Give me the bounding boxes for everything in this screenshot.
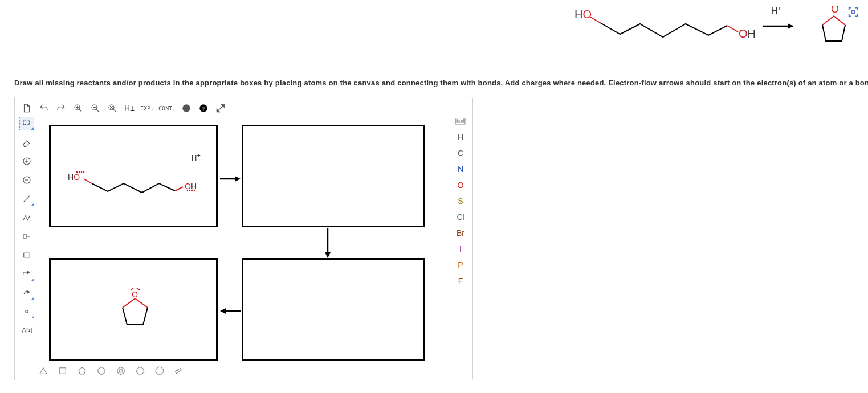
multi-bond-tool[interactable] bbox=[19, 211, 34, 224]
exp-button[interactable]: EXP. bbox=[140, 105, 154, 112]
mech-arrow-tool[interactable] bbox=[19, 286, 34, 300]
zoom-fit-icon[interactable] bbox=[106, 102, 119, 114]
svg-rect-45 bbox=[463, 118, 465, 120]
element-N[interactable]: N bbox=[454, 165, 467, 175]
reaction-box-3[interactable] bbox=[242, 258, 425, 361]
svg-marker-79 bbox=[235, 176, 241, 182]
svg-line-12 bbox=[79, 109, 81, 112]
svg-line-34 bbox=[24, 196, 30, 202]
svg-point-56 bbox=[119, 369, 123, 372]
new-doc-icon[interactable] bbox=[21, 102, 33, 114]
element-palette: H C N O S Cl Br I P F bbox=[452, 117, 469, 286]
charge-minus-tool[interactable] bbox=[19, 173, 34, 187]
charge-plus-tool[interactable] bbox=[19, 154, 34, 168]
chain-tool[interactable] bbox=[19, 230, 34, 243]
help-icon[interactable]: ? bbox=[197, 102, 210, 114]
svg-marker-6 bbox=[788, 23, 793, 29]
hexagon-ring-tool[interactable] bbox=[96, 365, 107, 376]
svg-marker-39 bbox=[28, 271, 30, 274]
svg-rect-52 bbox=[60, 368, 66, 374]
svg-line-71 bbox=[123, 298, 135, 308]
svg-point-63 bbox=[76, 171, 78, 173]
svg-text:H+: H+ bbox=[771, 6, 781, 16]
fullscreen-icon[interactable] bbox=[214, 102, 227, 114]
toolbar-bottom bbox=[38, 365, 185, 376]
element-C[interactable]: C bbox=[454, 149, 467, 159]
svg-rect-37 bbox=[24, 253, 30, 257]
atom-map-tool[interactable]: A[1] bbox=[19, 324, 34, 337]
drawing-canvas[interactable]: HO OH H+ bbox=[38, 117, 450, 361]
pentagon-ring-tool[interactable] bbox=[76, 365, 88, 376]
triangle-ring-tool[interactable] bbox=[38, 365, 49, 376]
benzene-ring-tool[interactable] bbox=[115, 365, 127, 376]
svg-line-60 bbox=[175, 187, 183, 191]
arrow-2-to-3 bbox=[323, 227, 333, 259]
svg-point-68 bbox=[189, 190, 191, 191]
svg-marker-83 bbox=[220, 308, 226, 314]
svg-rect-28 bbox=[23, 120, 30, 125]
svg-marker-58 bbox=[156, 367, 164, 375]
element-Br[interactable]: Br bbox=[454, 228, 467, 239]
arrow-3-to-4 bbox=[219, 306, 242, 316]
eraser-tool[interactable] bbox=[19, 136, 34, 149]
svg-rect-35 bbox=[23, 235, 27, 238]
toolbar-left: A[1] bbox=[18, 117, 35, 337]
rxn-arrow-tool[interactable] bbox=[19, 267, 34, 281]
svg-point-69 bbox=[191, 190, 193, 191]
cyclooctane-tool[interactable] bbox=[154, 365, 165, 376]
element-F[interactable]: F bbox=[454, 276, 467, 286]
svg-rect-44 bbox=[455, 118, 457, 120]
element-I[interactable]: I bbox=[454, 244, 467, 255]
svg-line-8 bbox=[834, 16, 845, 25]
svg-point-66 bbox=[83, 171, 85, 173]
svg-marker-42 bbox=[27, 291, 30, 294]
reaction-box-4[interactable]: O bbox=[49, 258, 218, 361]
element-O[interactable]: O bbox=[454, 181, 467, 191]
svg-point-74 bbox=[131, 289, 132, 291]
marquee-tool[interactable] bbox=[19, 117, 34, 130]
structure-editor: H± EXP. CONT. i ? A[1] H C N bbox=[14, 97, 473, 380]
svg-line-19 bbox=[113, 109, 116, 112]
reagent-label-1: H+ bbox=[191, 152, 201, 162]
lone-pair-tool[interactable] bbox=[19, 305, 34, 318]
svg-marker-51 bbox=[40, 368, 47, 374]
svg-text:i: i bbox=[186, 105, 188, 112]
frame-tool[interactable] bbox=[19, 248, 34, 262]
svg-line-7 bbox=[822, 16, 834, 25]
info-icon[interactable]: i bbox=[180, 102, 193, 114]
capture-icon[interactable] bbox=[847, 6, 859, 18]
svg-rect-49 bbox=[463, 120, 465, 122]
undo-icon[interactable] bbox=[38, 102, 50, 114]
svg-text:OH: OH bbox=[185, 182, 197, 191]
svg-rect-46 bbox=[455, 120, 457, 122]
svg-line-72 bbox=[135, 298, 148, 308]
zoom-in-icon[interactable] bbox=[72, 102, 84, 114]
svg-point-64 bbox=[79, 171, 80, 173]
periodic-table-icon[interactable] bbox=[454, 117, 467, 127]
svg-point-67 bbox=[187, 190, 189, 191]
arrow-1-to-2 bbox=[219, 174, 242, 184]
h-toggle-button[interactable]: H± bbox=[123, 102, 136, 114]
chair-tool[interactable] bbox=[173, 365, 185, 376]
element-P[interactable]: P bbox=[454, 260, 467, 271]
cont-button[interactable]: CONT. bbox=[158, 105, 176, 112]
svg-text:O: O bbox=[831, 6, 839, 15]
svg-rect-47 bbox=[458, 120, 459, 122]
svg-text:?: ? bbox=[202, 105, 205, 112]
svg-line-16 bbox=[96, 109, 99, 112]
reaction-box-2[interactable] bbox=[242, 125, 425, 227]
element-S[interactable]: S bbox=[454, 197, 467, 207]
svg-line-59 bbox=[84, 179, 92, 183]
cycloheptane-tool[interactable] bbox=[135, 365, 146, 376]
redo-icon[interactable] bbox=[55, 102, 67, 114]
reaction-box-1[interactable]: HO OH bbox=[49, 125, 218, 227]
svg-point-65 bbox=[81, 171, 83, 173]
element-Cl[interactable]: Cl bbox=[454, 212, 467, 223]
svg-point-76 bbox=[137, 288, 138, 290]
zoom-out-icon[interactable] bbox=[89, 102, 101, 114]
single-bond-tool[interactable] bbox=[19, 192, 34, 206]
svg-marker-53 bbox=[79, 367, 85, 374]
toolbar-top: H± EXP. CONT. i ? bbox=[21, 101, 227, 116]
square-ring-tool[interactable] bbox=[57, 365, 68, 376]
element-H[interactable]: H bbox=[454, 133, 467, 143]
